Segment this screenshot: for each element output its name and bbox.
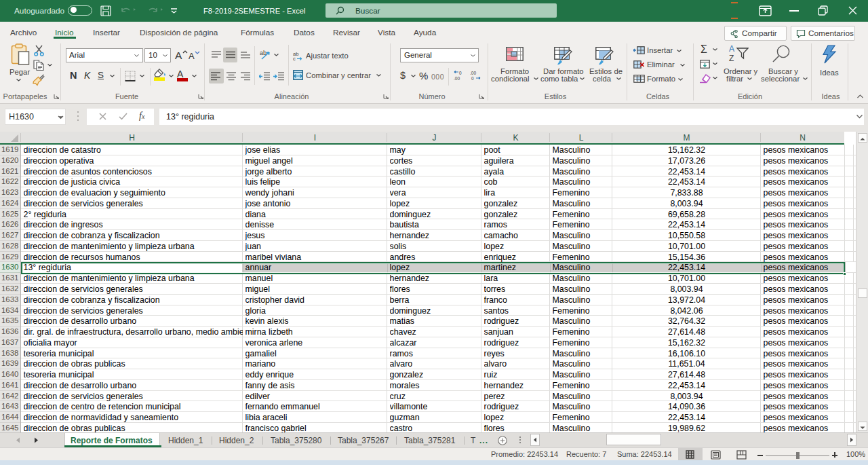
svg-text:.00: .00	[454, 76, 460, 81]
svg-text:c: c	[293, 56, 296, 60]
svg-text:0: 0	[459, 71, 462, 75]
svg-text:.00: .00	[470, 71, 476, 75]
svg-text:Z: Z	[729, 54, 734, 63]
svg-text:0: 0	[471, 76, 474, 81]
svg-text:A: A	[729, 44, 734, 54]
